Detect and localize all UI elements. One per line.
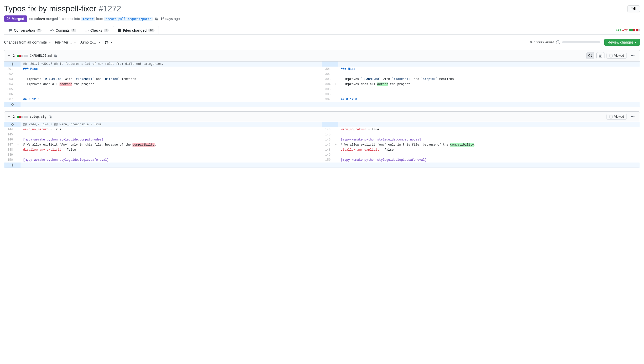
diff-line-context: 307## 0.12.0307## 0.12.0 — [4, 97, 640, 102]
diff-line-context: 303- Improves `README.md` with `flakehel… — [4, 77, 640, 82]
copy-path-button[interactable] — [48, 115, 52, 119]
info-icon[interactable]: i — [556, 40, 560, 44]
diff-line-context: 146[mypy-wemake_python_styleguide.compat… — [4, 137, 640, 142]
diff-table: @@ -144,7 +144,7 @@ warn_unreachable = T… — [4, 122, 640, 168]
expand-icon[interactable] — [4, 102, 21, 107]
diff-line-context: 145145 — [4, 132, 640, 137]
expand-icon[interactable] — [4, 122, 21, 127]
state-badge: Merged — [4, 15, 27, 22]
file-diffstat-blocks — [17, 55, 28, 57]
review-changes-button[interactable]: Review changes — [604, 39, 640, 46]
merge-meta: sobolevn merged 1 commit into master fro… — [29, 17, 180, 21]
file-diff-icon — [117, 28, 121, 32]
rich-view-button[interactable] — [596, 52, 604, 59]
tab-checks[interactable]: Checks 2 — [81, 26, 113, 34]
edit-button[interactable]: Edit — [627, 5, 640, 12]
diff-table: @@ -301,7 +301,7 @@ It features a lot of… — [4, 62, 640, 107]
pr-title: Typos fix by misspell-fixer #1272 — [4, 4, 121, 13]
file-name[interactable]: CHANGELOG.md — [30, 54, 52, 57]
file-name[interactable]: setup.cfg — [30, 115, 46, 118]
file-menu-button[interactable]: ••• — [629, 114, 637, 120]
viewed-toggle[interactable]: Viewed — [607, 114, 627, 120]
file-filter-dropdown[interactable]: File filter… — [55, 40, 76, 44]
commit-icon — [50, 28, 54, 32]
file-menu-button[interactable]: ••• — [629, 53, 637, 59]
diff-settings-dropdown[interactable] — [104, 40, 112, 44]
hunk-footer — [4, 102, 640, 107]
checklist-icon — [85, 28, 89, 32]
tab-commits[interactable]: Commits 1 — [46, 26, 81, 34]
collapse-file-button[interactable] — [7, 54, 11, 58]
tab-conversation[interactable]: Conversation 2 — [4, 26, 46, 34]
viewed-checkbox[interactable] — [609, 115, 613, 118]
diff-line-context: 305305 — [4, 87, 640, 92]
collapse-file-button[interactable] — [7, 115, 11, 119]
hunk-header: @@ -144,7 +144,7 @@ warn_unreachable = T… — [4, 122, 640, 127]
actor-link[interactable]: sobolevn — [29, 17, 45, 21]
hunk-footer — [4, 163, 640, 168]
pr-number: #1272 — [99, 4, 121, 13]
source-view-button[interactable] — [586, 52, 594, 59]
merge-time: 16 days ago — [160, 17, 180, 21]
files-viewed-text: 0 / 10 files viewed — [530, 41, 554, 44]
head-branch[interactable]: create-pull-request/patch — [104, 17, 153, 21]
file-diffstat-blocks — [17, 116, 28, 118]
diff-line-change: 304-- Improves docs all accross the proj… — [4, 82, 640, 87]
diff-line-context: 149149 — [4, 152, 640, 157]
jump-to-dropdown[interactable]: Jump to… — [80, 40, 100, 44]
files-viewed-progress — [562, 41, 600, 43]
file-diff: 2 CHANGELOG.md Viewed ••• @@ -301,7 +301… — [4, 50, 640, 107]
copy-path-button[interactable] — [54, 54, 57, 58]
viewed-toggle[interactable]: Viewed — [607, 53, 627, 59]
copy-icon[interactable] — [155, 17, 158, 21]
expand-icon[interactable] — [4, 163, 21, 168]
file-diff: 2 setup.cfg Viewed ••• @@ -144,7 +144,7 … — [4, 111, 640, 168]
diff-line-context: 148disallow_any_explicit = False148disal… — [4, 147, 640, 152]
viewed-checkbox[interactable] — [609, 54, 613, 57]
diff-line-context: 301### Misc301### Misc — [4, 67, 640, 72]
file-diff-count: 2 — [13, 115, 15, 118]
total-diffstat: +22 −22 — [616, 29, 640, 32]
comment-icon — [8, 28, 12, 32]
tab-files-changed[interactable]: Files changed 10 — [113, 26, 159, 34]
diff-line-context: 302302 — [4, 72, 640, 77]
expand-icon[interactable] — [4, 62, 21, 67]
hunk-header: @@ -301,7 +301,7 @@ It features a lot of… — [4, 62, 640, 67]
gear-icon — [104, 40, 108, 44]
merge-icon — [7, 17, 11, 21]
changes-from-dropdown[interactable]: Changes from all commits — [4, 40, 51, 44]
diff-line-change: 147-# We allow explicit `Any` only in th… — [4, 142, 640, 147]
diff-line-context: 150[mypy-wemake_python_styleguide.logic.… — [4, 157, 640, 163]
diff-line-context: 306306 — [4, 92, 640, 97]
base-branch[interactable]: master — [81, 17, 95, 21]
diff-line-context: 144warn_no_return = True144warn_no_retur… — [4, 127, 640, 132]
file-diff-count: 2 — [13, 54, 15, 57]
svg-point-0 — [51, 30, 53, 31]
